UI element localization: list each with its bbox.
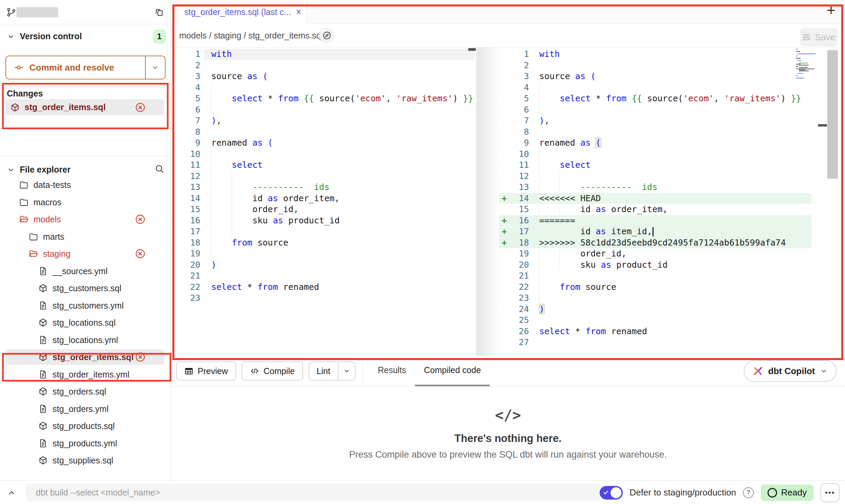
code-text[interactable] <box>204 293 475 304</box>
code-text[interactable] <box>532 293 812 304</box>
code-text[interactable]: select * from {{ source('ecom', 'raw_ite… <box>204 93 475 104</box>
tree-item-stg-customers-sql[interactable]: stg_customers.sql <box>0 280 171 297</box>
code-line-6[interactable]: 6 <box>499 104 812 116</box>
code-text[interactable] <box>204 104 475 116</box>
code-line-18[interactable]: +18>>>>>>> 58c1dd23d5eebd9cd2495fa7124ab… <box>499 237 812 249</box>
code-text[interactable]: sku as product_id <box>532 260 812 271</box>
code-text[interactable]: select <box>204 160 475 171</box>
code-text[interactable] <box>532 171 812 182</box>
code-line-21[interactable]: 21 <box>499 270 812 282</box>
code-text[interactable]: ---------- ids <box>204 182 475 193</box>
collapse-chevron-icon[interactable] <box>7 488 16 498</box>
code-line-1[interactable]: 1with <box>171 49 475 60</box>
tab-compiled-code[interactable]: Compiled code <box>415 356 490 386</box>
code-line-15[interactable]: 15 id as order_item, <box>499 204 812 215</box>
code-line-4[interactable]: 4 <box>499 82 812 93</box>
tree-item-data-tests[interactable]: data-tests <box>0 176 171 193</box>
defer-toggle[interactable] <box>600 486 623 500</box>
changed-file-row[interactable]: stg_order_items.sql <box>5 99 164 115</box>
code-line-13[interactable]: 13 ---------- ids <box>499 182 812 193</box>
lineage-compass-icon[interactable] <box>319 28 335 43</box>
code-line-19[interactable]: 19 <box>171 248 475 260</box>
code-line-26[interactable]: 26select * from renamed <box>499 326 812 337</box>
code-line-24[interactable]: 24) <box>499 304 812 315</box>
code-text[interactable]: >>>>>>> 58c1dd23d5eebd9cd2495fa7124ab61b… <box>532 237 812 249</box>
code-text[interactable] <box>204 226 475 237</box>
diff-left-pane[interactable]: 1with23source as (45 select * from {{ so… <box>171 49 475 304</box>
code-line-7[interactable]: 7), <box>499 115 812 127</box>
code-line-21[interactable]: 21 <box>171 270 475 282</box>
code-text[interactable]: source as ( <box>532 71 812 82</box>
dbt-copilot-button[interactable]: dbt Copilot <box>744 360 837 382</box>
tree-item-stg-locations-yml[interactable]: stg_locations.yml <box>0 331 171 349</box>
code-text[interactable]: ), <box>532 115 812 127</box>
code-line-16[interactable]: +16======= <box>499 215 812 226</box>
commit-options-chevron[interactable] <box>145 56 165 79</box>
save-button[interactable]: Save <box>800 28 837 46</box>
code-line-14[interactable]: 14 id as order_item, <box>171 193 475 204</box>
code-line-11[interactable]: 11 select <box>171 160 475 171</box>
minimap-handle[interactable] <box>818 124 827 127</box>
code-text[interactable]: sku as product_id <box>204 215 475 226</box>
code-line-11[interactable]: 11 select <box>499 160 812 171</box>
copy-icon[interactable] <box>154 8 164 17</box>
code-text[interactable]: order_id, <box>532 248 812 260</box>
right-pane-scrollbar-thumb[interactable] <box>827 50 838 179</box>
code-text[interactable] <box>204 60 475 71</box>
tree-item-stg-orders-sql[interactable]: stg_orders.sql <box>0 383 171 400</box>
code-text[interactable]: id as order_item, <box>204 193 475 204</box>
code-line-17[interactable]: 17 <box>171 226 475 237</box>
code-line-19[interactable]: 19 order_id, <box>499 248 812 260</box>
code-text[interactable]: with <box>532 49 812 60</box>
code-text[interactable]: <<<<<<< HEAD <box>532 193 812 204</box>
left-pane-scrollbar-thumb[interactable] <box>468 48 476 51</box>
code-line-1[interactable]: 1with <box>499 49 812 60</box>
tree-item-staging[interactable]: staging <box>0 245 171 262</box>
discard-change-icon[interactable] <box>134 213 146 225</box>
code-text[interactable]: select <box>532 160 812 171</box>
code-line-22[interactable]: 22 from source <box>499 282 812 293</box>
code-text[interactable]: ) <box>204 260 475 271</box>
code-text[interactable]: ---------- ids <box>532 182 812 193</box>
commit-and-resolve-main[interactable]: Commit and resolve <box>6 56 145 79</box>
code-text[interactable]: ======= <box>532 215 812 226</box>
tree-item-stg-supplies-sql[interactable]: stg_supplies.sql <box>0 452 171 469</box>
code-line-18[interactable]: 18 from source <box>171 237 475 249</box>
tree-item-marts[interactable]: marts <box>0 228 171 245</box>
preview-button[interactable]: Preview <box>176 361 236 381</box>
code-text[interactable] <box>204 171 475 182</box>
compile-button[interactable]: Compile <box>242 361 303 381</box>
code-line-17[interactable]: +17 id as item_id, <box>499 226 812 237</box>
code-line-3[interactable]: 3source as ( <box>171 71 475 82</box>
code-line-5[interactable]: 5 select * from {{ source('ecom', 'raw_i… <box>171 93 475 104</box>
code-text[interactable] <box>204 149 475 160</box>
code-line-27[interactable]: 27 <box>499 337 812 348</box>
code-line-23[interactable]: 23 <box>499 293 812 304</box>
code-text[interactable] <box>204 127 475 138</box>
tree-item-macros[interactable]: macros <box>0 194 171 211</box>
code-line-12[interactable]: 12 <box>499 171 812 182</box>
tree-item-stg-order-items-sql[interactable]: stg_order_items.sql <box>0 349 171 366</box>
tree-item-stg-order-items-yml[interactable]: stg_order_items.yml <box>0 366 171 383</box>
tree-item--sources-yml[interactable]: __sources.yml <box>0 263 171 280</box>
command-input[interactable]: dbt build --select <model_name> <box>26 484 601 501</box>
commit-and-resolve-button[interactable]: Commit and resolve <box>5 56 166 79</box>
tab-results[interactable]: Results <box>369 356 415 386</box>
code-text[interactable]: source as ( <box>204 71 475 82</box>
code-text[interactable]: order_id, <box>204 204 475 215</box>
code-text[interactable]: select * from renamed <box>204 282 475 293</box>
code-line-25[interactable]: 25 <box>499 315 812 326</box>
code-line-10[interactable]: 10 <box>171 149 475 160</box>
code-line-5[interactable]: 5 select * from {{ source('ecom', 'raw_i… <box>499 93 812 104</box>
code-line-9[interactable]: 9renamed as ( <box>171 137 475 149</box>
code-line-20[interactable]: 20) <box>171 260 475 271</box>
version-control-header[interactable]: Version control <box>7 31 82 41</box>
git-branch-icon[interactable] <box>6 7 16 17</box>
code-text[interactable] <box>532 270 812 282</box>
code-line-8[interactable]: 8 <box>171 127 475 138</box>
search-icon[interactable] <box>154 164 164 174</box>
code-line-14[interactable]: +14<<<<<<< HEAD <box>499 193 812 204</box>
code-text[interactable] <box>204 248 475 260</box>
code-text[interactable] <box>532 127 812 138</box>
code-text[interactable]: select * from renamed <box>532 326 812 337</box>
